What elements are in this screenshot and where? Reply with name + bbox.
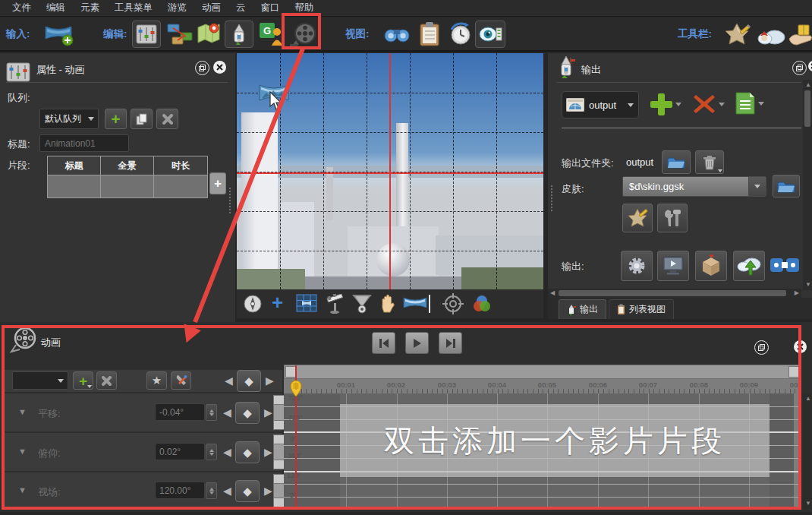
browse-skin-button[interactable]	[773, 175, 800, 197]
keyframe-diamond-button[interactable]: ◆	[235, 480, 260, 502]
add-output-button[interactable]	[648, 91, 681, 117]
delete-output-button[interactable]	[692, 93, 725, 115]
play-button[interactable]	[405, 332, 429, 354]
queue-dropdown[interactable]: 默认队列	[39, 109, 99, 129]
splitter-grip[interactable]	[549, 184, 554, 211]
undock-icon[interactable]	[792, 61, 807, 75]
output-preset-dropdown[interactable]: output	[562, 91, 639, 118]
properties-editor-icon[interactable]	[132, 21, 161, 48]
tour-browser-icon[interactable]	[166, 22, 194, 49]
preview-icon[interactable]	[475, 21, 505, 48]
skin-editor-icon[interactable]	[723, 21, 752, 50]
close-icon[interactable]	[213, 61, 226, 74]
tilt-value-input[interactable]: 0.02°	[155, 443, 205, 460]
undock-icon[interactable]	[754, 340, 769, 355]
keyframe-diamond-button[interactable]: ◆	[235, 441, 260, 463]
menu-tools[interactable]: 工具菜单	[107, 0, 160, 16]
projection-icon[interactable]	[351, 293, 373, 318]
next-keyframe-icon[interactable]: ▶	[264, 485, 272, 496]
time-icon[interactable]	[447, 22, 473, 49]
close-icon[interactable]	[794, 340, 807, 353]
add-panorama-icon[interactable]	[42, 22, 74, 49]
crosshair-toggle-icon[interactable]: +	[272, 292, 283, 312]
color-channels-icon[interactable]	[471, 292, 493, 318]
timeline-vertical-scrollbar[interactable]: ▲ ▼	[803, 393, 812, 509]
upload-cloud-button[interactable]	[733, 251, 765, 281]
keyframe-diamond-button[interactable]: ◆	[235, 402, 260, 424]
pan-value-input[interactable]: -0.04°	[155, 403, 205, 421]
prev-keyframe-icon[interactable]: ◀	[223, 407, 231, 418]
preview-output-button[interactable]	[657, 251, 689, 281]
zoom-bar-right-handle[interactable]	[788, 366, 800, 378]
track-filter-dropdown[interactable]	[12, 371, 68, 390]
clips-col-title[interactable]: 标题	[47, 156, 101, 175]
collapse-icon[interactable]: ▼	[18, 447, 27, 456]
delete-keyframe-button[interactable]	[96, 371, 117, 390]
keyframe-tools-button[interactable]	[171, 371, 191, 390]
fov-stepper[interactable]	[206, 482, 217, 499]
menu-animation[interactable]: 动画	[194, 0, 228, 16]
animation-title-input[interactable]	[39, 134, 129, 152]
splitter-grip[interactable]	[228, 186, 232, 213]
add-keyframe-button[interactable]: +	[73, 371, 93, 390]
clips-col-panorama[interactable]: 全景	[100, 156, 154, 175]
clips-cell-empty[interactable]	[153, 175, 208, 198]
tab-output[interactable]: 输出	[559, 299, 606, 319]
clips-cell-empty[interactable]	[47, 175, 101, 198]
google-street-view-icon[interactable]: G	[259, 22, 285, 49]
undock-icon[interactable]	[195, 61, 209, 75]
collapse-icon[interactable]: ▼	[18, 485, 27, 494]
next-keyframe-icon[interactable]: ▶	[264, 447, 272, 457]
target-view-icon[interactable]	[442, 292, 464, 318]
timeline-zoom-bar[interactable]	[284, 365, 801, 379]
go-to-start-button[interactable]	[372, 332, 395, 354]
skin-parameters-button[interactable]	[657, 204, 688, 232]
prev-keyframe-icon[interactable]: ◀	[223, 485, 231, 496]
vertical-scrollbar[interactable]: ▲ ▼	[803, 80, 812, 290]
menu-file[interactable]: 文件	[5, 0, 39, 16]
compass-icon[interactable]	[243, 294, 263, 317]
keyframe-diamond-button[interactable]: ◆	[237, 370, 261, 392]
panel-drag-grip[interactable]	[422, 324, 455, 327]
menu-elements[interactable]: 元素	[73, 0, 107, 16]
panorama-viewport[interactable]	[237, 53, 543, 289]
panorama-view-icon[interactable]	[402, 295, 428, 315]
cloud-upload-tool-icon[interactable]	[755, 24, 785, 49]
menu-cloud[interactable]: 云	[228, 0, 253, 16]
next-keyframe-icon[interactable]: ▶	[266, 375, 274, 386]
menu-edit[interactable]: 编辑	[39, 0, 73, 16]
pan-hand-icon[interactable]	[378, 293, 398, 318]
find-panorama-icon[interactable]	[383, 23, 411, 49]
tab-listview[interactable]: 列表视图	[609, 299, 674, 319]
list-view-icon[interactable]	[419, 21, 440, 50]
timeline-tracks[interactable]: 720° -720° 0° -360° 120° 0° 双击添加一个影片片段	[284, 393, 801, 509]
fov-value-input[interactable]: 120.00°	[155, 482, 205, 499]
horizontal-scrollbar[interactable]: ◀ ▶	[548, 289, 801, 298]
go-to-end-button[interactable]	[439, 332, 462, 354]
menu-help[interactable]: 帮助	[288, 0, 322, 16]
open-folder-button[interactable]	[662, 150, 691, 174]
delete-queue-button[interactable]	[156, 109, 178, 129]
timeline-ruler[interactable]: 00:01 00:02 00:03 00:04 00:05 00:06 00:0…	[284, 379, 801, 393]
add-clip-button[interactable]: +	[209, 172, 226, 194]
settings-button[interactable]	[621, 251, 653, 281]
close-icon[interactable]	[808, 61, 812, 71]
animation-editor-icon[interactable]	[288, 22, 319, 52]
clips-col-duration[interactable]: 时长	[153, 156, 208, 175]
clips-cell-empty[interactable]	[100, 175, 154, 198]
limits-icon[interactable]	[325, 294, 346, 317]
pan-stepper[interactable]	[206, 404, 217, 421]
tour-map-icon[interactable]	[196, 21, 222, 50]
skin-dropdown[interactable]: $d\skin.ggsk	[622, 176, 766, 197]
patch-editor-icon[interactable]	[225, 21, 253, 48]
edit-skin-button[interactable]	[622, 204, 653, 232]
copy-queue-button[interactable]	[131, 109, 153, 129]
timeline-hint-overlay[interactable]: 双击添加一个影片片段	[340, 404, 770, 477]
connect-button[interactable]	[770, 255, 800, 278]
package-viewer-icon[interactable]	[788, 22, 812, 51]
tilt-stepper[interactable]	[206, 444, 217, 460]
package-button[interactable]	[695, 251, 727, 281]
prev-keyframe-icon[interactable]: ◀	[225, 375, 233, 386]
new-from-template-button[interactable]	[735, 91, 764, 115]
star-keyframe-button[interactable]: ★	[146, 371, 167, 390]
